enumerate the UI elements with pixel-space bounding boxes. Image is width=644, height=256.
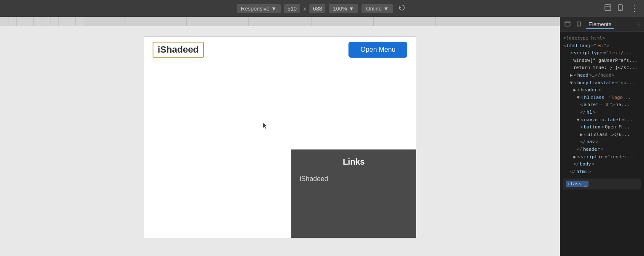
width-input[interactable] [284,4,300,13]
zoom-dropdown[interactable]: 100% ▼ [329,4,358,13]
preview-frame: iShadeed Open Menu Links iShadeed [144,36,416,238]
ruler-tick [498,17,560,26]
online-dropdown[interactable]: Online ▼ [362,4,393,13]
site-header: iShadeed Open Menu [144,37,416,63]
expand-header-icon[interactable]: ▶ [573,86,576,94]
code-line: </html> [563,168,641,176]
ruler-segment [76,17,84,26]
cursor-icon [262,122,269,132]
browser-area: iShadeed Open Menu Links iShadeed [0,17,560,256]
svg-rect-4 [565,21,570,26]
code-line: </h1> [563,109,641,116]
chevron-icon: ▼ [349,5,354,12]
rotate-icon[interactable] [396,3,407,14]
svg-point-3 [620,9,621,10]
ruler-segment [0,17,8,26]
ruler-tick [436,17,498,26]
highlighted-class-line: class _ [563,179,641,189]
mobile-menu-link-ishadeed[interactable]: iShadeed [291,172,416,186]
code-line[interactable]: ▶ <header> [563,86,641,94]
main-area: iShadeed Open Menu Links iShadeed [0,17,644,256]
ruler-tick [249,17,311,26]
code-line: <a href="#">iS... [563,101,641,109]
devtools-tabs: Elements ⋮ [560,17,644,32]
toolbar-right: ⋮ [603,3,641,13]
expand-nav-icon[interactable]: ▼ [577,116,580,124]
ruler-segment [17,17,25,26]
code-line: return true; } }</sc... [563,64,641,72]
inspect-element-icon[interactable] [562,19,573,29]
ruler-tick [374,17,436,26]
responsive-icon[interactable] [574,19,584,29]
expand-h1-icon[interactable]: ▼ [577,94,580,101]
site-logo: iShadeed [153,42,204,58]
chevron-down-icon: ▼ [271,5,277,12]
ruler-segment [34,17,42,26]
dimension-separator: x [304,5,306,12]
mobile-menu-title: Links [291,149,416,172]
inspect-icon[interactable] [603,3,613,13]
toolbar-center: Responsive ▼ x 100% ▼ Online ▼ [237,3,407,14]
ruler-bar [0,17,84,26]
ruler-tick [187,17,249,26]
code-line[interactable]: ▶ <script id="render... [563,153,641,161]
svg-rect-0 [605,5,611,11]
open-menu-button[interactable]: Open Menu [348,42,407,58]
ruler-segment [42,17,50,26]
svg-point-7 [578,25,579,26]
code-line: window["_gaUserPrefs... [563,57,641,64]
code-line: </nav> [563,138,641,146]
code-line[interactable]: ▼ <h1 class="logo... [563,94,641,101]
code-line: <script type="text/... [563,49,641,57]
height-input[interactable] [309,4,325,13]
responsive-dropdown[interactable]: Responsive ▼ [237,4,281,13]
code-line: <button>Open M... [563,123,641,131]
code-line: <html lang="en"> [563,42,641,50]
ruler-tick [311,17,374,26]
more-options-button[interactable]: ⋮ [628,4,641,13]
expand-head-icon[interactable]: ▶ [570,72,573,79]
devtools-code-tree: <!doctype html> <html lang="en"> <script… [560,32,644,256]
toolbar: Responsive ▼ x 100% ▼ Online ▼ [0,0,644,17]
code-line: </header> [563,146,641,153]
expand-body-icon[interactable]: ▼ [570,79,573,87]
online-label: Online [366,5,382,12]
ruler-segment [59,17,67,26]
more-tabs-icon[interactable]: ⋮ [636,21,641,27]
ruler-segment [8,17,17,26]
code-line[interactable]: ▶ <head>…</head> [563,72,641,79]
code-line[interactable]: ▼ <body translate="no... [563,79,641,87]
device-icon[interactable] [615,3,626,13]
ruler-segment [25,17,34,26]
devtools-panel: Elements ⋮ <!doctype html> <html lang="e… [560,17,644,256]
code-line: <!doctype html> [563,35,641,42]
chevron-icon: ▼ [383,5,389,12]
code-line[interactable]: ▶ <ul class=…</u... [563,131,641,139]
mobile-menu: Links iShadeed [291,149,416,238]
ruler-segment [50,17,59,26]
ruler-tick [124,17,187,26]
code-line[interactable]: ▼ <nav aria-label=... [563,116,641,124]
elements-tab[interactable]: Elements [586,19,614,29]
responsive-label: Responsive [241,5,269,12]
class-highlight: class _ [566,181,589,187]
ruler-segment [67,17,76,26]
expand-ul-icon[interactable]: ▶ [580,131,583,139]
expand-script-icon[interactable]: ▶ [573,153,576,161]
code-line: </body> [563,160,641,168]
zoom-label: 100% [333,5,347,12]
